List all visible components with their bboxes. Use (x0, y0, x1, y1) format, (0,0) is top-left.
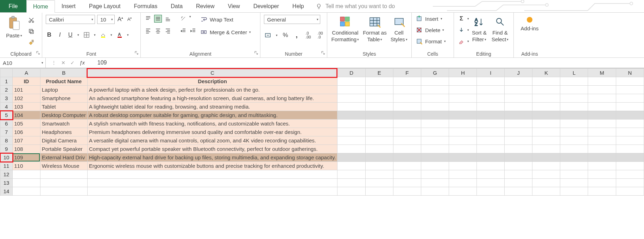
cell-K9[interactable] (532, 145, 560, 153)
cell-I2[interactable] (477, 86, 505, 94)
cell-C1[interactable]: Description (87, 77, 337, 86)
cell-N5[interactable] (616, 111, 644, 119)
cell-N10[interactable] (616, 153, 644, 162)
format-cells-button[interactable]: Format▾ (415, 37, 446, 45)
cell-A4[interactable]: 103 (13, 103, 40, 111)
cell-M11[interactable] (588, 162, 616, 170)
cell-I6[interactable] (477, 119, 505, 128)
autosum-icon[interactable]: Σ (457, 15, 465, 23)
cell-F6[interactable] (393, 119, 421, 128)
col-header-J[interactable]: J (505, 69, 532, 77)
cell-A10[interactable]: 109 (13, 153, 40, 162)
col-header-N[interactable]: N (616, 69, 644, 77)
cell-A9[interactable]: 108 (13, 145, 40, 153)
cell-G10[interactable] (421, 153, 449, 162)
cell-H9[interactable] (449, 145, 477, 153)
cell-G5[interactable] (421, 111, 449, 119)
align-middle-icon[interactable] (154, 15, 162, 23)
cell-M4[interactable] (588, 103, 616, 111)
cell-D8[interactable] (337, 136, 365, 145)
cell-B12[interactable] (40, 170, 87, 179)
orientation-icon[interactable] (179, 15, 187, 23)
borders-icon[interactable] (83, 31, 90, 39)
col-header-B[interactable]: B (40, 69, 87, 77)
align-right-icon[interactable] (164, 27, 172, 35)
cell-C5[interactable]: A robust desktop computer suitable for g… (87, 111, 337, 119)
cell-N1[interactable] (616, 77, 644, 86)
row-header-13[interactable]: 13 (0, 179, 13, 187)
cell-B1[interactable]: Product Name (40, 77, 87, 86)
add-ins-button[interactable]: Add-ins (521, 15, 539, 31)
align-bottom-icon[interactable] (164, 15, 172, 23)
cell-M5[interactable] (588, 111, 616, 119)
cell-L14[interactable] (560, 187, 588, 196)
cell-B6[interactable]: Smartwatch (40, 119, 87, 128)
cell-L9[interactable] (560, 145, 588, 153)
name-box[interactable]: A10 ▾ (0, 58, 46, 68)
cell-C11[interactable]: Ergonomic wireless mouse with customizab… (87, 162, 337, 170)
cell-J12[interactable] (505, 170, 532, 179)
cell-I13[interactable] (477, 179, 505, 187)
cell-K4[interactable] (532, 103, 560, 111)
font-color-icon[interactable]: A (116, 31, 124, 39)
row-header-3[interactable]: 3 (0, 94, 13, 103)
cell-D10[interactable] (337, 153, 365, 162)
cell-C4[interactable]: A lightweight tablet ideal for reading, … (87, 103, 337, 111)
enter-formula-icon[interactable]: ✓ (70, 60, 75, 66)
cell-B13[interactable] (40, 179, 87, 187)
cell-K13[interactable] (532, 179, 560, 187)
col-header-K[interactable]: K (532, 69, 560, 77)
cell-L2[interactable] (560, 86, 588, 94)
cell-C3[interactable]: An advanced smartphone featuring a high-… (87, 94, 337, 103)
decrease-font-icon[interactable]: A▾ (126, 17, 133, 22)
formula-options-icon[interactable]: ⋮ (51, 60, 56, 66)
cell-L3[interactable] (560, 94, 588, 103)
col-header-A[interactable]: A (13, 69, 40, 77)
cell-M2[interactable] (588, 86, 616, 94)
cell-N6[interactable] (616, 119, 644, 128)
cell-D1[interactable] (337, 77, 365, 86)
cell-N9[interactable] (616, 145, 644, 153)
cell-K1[interactable] (532, 77, 560, 86)
cell-D2[interactable] (337, 86, 365, 94)
cell-H5[interactable] (449, 111, 477, 119)
cell-A5[interactable]: 104 (13, 111, 40, 119)
cell-B4[interactable]: Tablet (40, 103, 87, 111)
cell-C9[interactable]: Compact yet powerful portable speaker wi… (87, 145, 337, 153)
col-header-D[interactable]: D (337, 69, 365, 77)
cell-G9[interactable] (421, 145, 449, 153)
cell-F3[interactable] (393, 94, 421, 103)
cell-L7[interactable] (560, 128, 588, 136)
cell-C8[interactable]: A versatile digital camera with manual c… (87, 136, 337, 145)
dialog-launcher-icon[interactable] (254, 50, 259, 55)
cell-G6[interactable] (421, 119, 449, 128)
cell-F5[interactable] (393, 111, 421, 119)
cut-icon[interactable] (27, 16, 35, 24)
cell-M3[interactable] (588, 94, 616, 103)
cell-F8[interactable] (393, 136, 421, 145)
cell-J5[interactable] (505, 111, 532, 119)
cell-G12[interactable] (421, 170, 449, 179)
cell-G4[interactable] (421, 103, 449, 111)
cell-K6[interactable] (532, 119, 560, 128)
cell-J2[interactable] (505, 86, 532, 94)
cell-I3[interactable] (477, 94, 505, 103)
cell-E5[interactable] (365, 111, 393, 119)
cell-I7[interactable] (477, 128, 505, 136)
cell-E4[interactable] (365, 103, 393, 111)
tab-home[interactable]: Home (26, 0, 55, 13)
cell-C7[interactable]: Premium headphones delivering immersive … (87, 128, 337, 136)
col-header-F[interactable]: F (393, 69, 421, 77)
col-header-G[interactable]: G (421, 69, 449, 77)
percent-style-button[interactable]: % (282, 32, 289, 39)
cell-I9[interactable] (477, 145, 505, 153)
cell-A3[interactable]: 102 (13, 94, 40, 103)
chevron-down-icon[interactable]: ▾ (91, 18, 93, 21)
row-header-7[interactable]: 7 (0, 128, 13, 136)
cell-L4[interactable] (560, 103, 588, 111)
cell-M13[interactable] (588, 179, 616, 187)
cell-styles-button[interactable]: Cell Styles▾ (391, 15, 408, 42)
cell-C12[interactable] (87, 170, 337, 179)
col-header-E[interactable]: E (365, 69, 393, 77)
cell-A1[interactable]: ID (13, 77, 40, 86)
